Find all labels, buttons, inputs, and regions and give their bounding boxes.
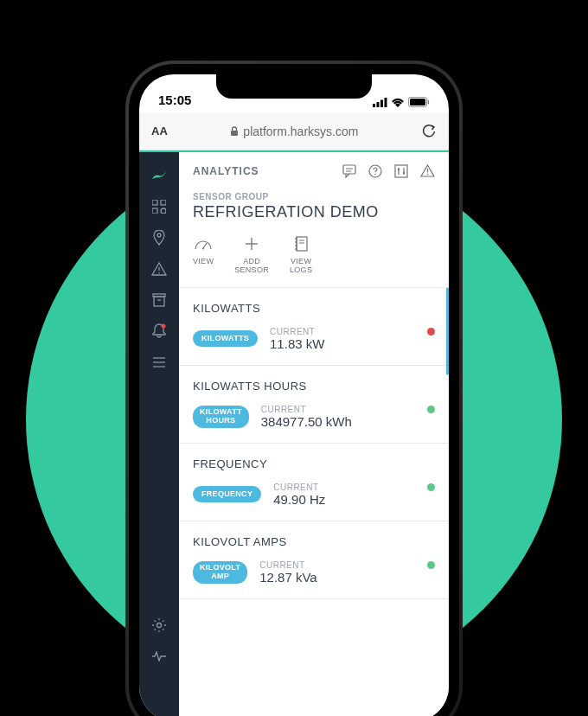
reading-label: CURRENT bbox=[261, 405, 352, 414]
browser-bar: AA platform.harksys.com bbox=[139, 112, 449, 150]
svg-line-35 bbox=[203, 243, 207, 248]
svg-rect-1 bbox=[377, 102, 380, 107]
svg-rect-39 bbox=[297, 237, 307, 251]
svg-point-12 bbox=[157, 233, 161, 237]
add-sensor-action[interactable]: ADD SENSOR bbox=[234, 233, 269, 275]
sensor-tag: KILOWATTS bbox=[193, 330, 258, 347]
phone-notch bbox=[216, 74, 372, 99]
activity-icon[interactable] bbox=[146, 643, 172, 669]
url-display[interactable]: platform.harksys.com bbox=[230, 125, 358, 138]
svg-point-34 bbox=[427, 174, 429, 176]
sensor-card[interactable]: KILOWATTS KILOWATTS CURRENT 11.83 kW bbox=[179, 288, 449, 366]
view-logs-action[interactable]: VIEW LOGS bbox=[290, 233, 312, 275]
logs-label: VIEW LOGS bbox=[290, 258, 312, 275]
main-panel: ANALYTICS SENSOR GROUP REFRIGERATION DEM… bbox=[179, 152, 449, 716]
text-size-control[interactable]: AA bbox=[151, 125, 168, 137]
chat-icon[interactable] bbox=[342, 164, 356, 178]
status-icons bbox=[373, 97, 430, 107]
svg-point-27 bbox=[374, 174, 375, 175]
gauge-icon bbox=[193, 233, 214, 254]
svg-rect-2 bbox=[380, 99, 383, 107]
svg-rect-28 bbox=[395, 165, 407, 177]
reading-value: 12.87 kVa bbox=[259, 570, 316, 585]
notification-icon[interactable] bbox=[146, 318, 172, 344]
status-time: 15:05 bbox=[158, 93, 191, 107]
svg-rect-10 bbox=[152, 208, 157, 214]
lock-icon bbox=[230, 126, 239, 137]
archive-icon[interactable] bbox=[146, 287, 172, 313]
svg-point-14 bbox=[158, 272, 160, 274]
svg-point-22 bbox=[157, 623, 162, 628]
reading-label: CURRENT bbox=[273, 483, 325, 492]
reading-value: 49.90 Hz bbox=[273, 492, 325, 507]
svg-rect-8 bbox=[152, 200, 157, 205]
svg-point-11 bbox=[161, 208, 166, 214]
url-text: platform.harksys.com bbox=[243, 125, 358, 138]
sensor-title: FREQUENCY bbox=[193, 457, 435, 470]
sensor-tag: KILOVOLT AMP bbox=[193, 561, 247, 584]
page-title: ANALYTICS bbox=[193, 165, 259, 177]
warning-icon[interactable] bbox=[420, 164, 435, 177]
logs-icon bbox=[291, 233, 311, 254]
status-dot bbox=[427, 483, 435, 491]
add-label: ADD SENSOR bbox=[234, 258, 269, 275]
logo-icon[interactable] bbox=[146, 163, 172, 189]
alert-icon[interactable] bbox=[146, 256, 172, 282]
svg-point-18 bbox=[162, 324, 166, 329]
plus-icon bbox=[241, 233, 262, 254]
svg-point-31 bbox=[398, 169, 399, 170]
sensor-title: KILOWATTS HOURS bbox=[193, 380, 435, 393]
group-name: REFRIGERATION DEMO bbox=[193, 203, 435, 221]
view-label: VIEW bbox=[193, 258, 214, 266]
sensor-tag: FREQUENCY bbox=[193, 486, 261, 502]
sensor-tag: KILOWATT HOURS bbox=[193, 406, 249, 428]
svg-rect-5 bbox=[410, 99, 425, 105]
svg-point-36 bbox=[202, 248, 204, 250]
svg-rect-23 bbox=[343, 165, 355, 174]
svg-rect-0 bbox=[373, 104, 375, 107]
sensor-card[interactable]: KILOVOLT AMPS KILOVOLT AMP CURRENT 12.87… bbox=[179, 521, 449, 599]
app-content: ANALYTICS SENSOR GROUP REFRIGERATION DEM… bbox=[139, 150, 449, 716]
list-icon[interactable] bbox=[146, 349, 172, 375]
help-icon[interactable] bbox=[368, 164, 382, 178]
view-action[interactable]: VIEW bbox=[193, 233, 214, 275]
page-header: ANALYTICS bbox=[179, 152, 449, 187]
reading-label: CURRENT bbox=[259, 560, 316, 570]
reading-value: 384977.50 kWh bbox=[261, 414, 352, 429]
reading-value: 11.83 kW bbox=[270, 336, 324, 351]
sensor-card[interactable]: KILOWATTS HOURS KILOWATT HOURS CURRENT 3… bbox=[179, 366, 449, 444]
reading-label: CURRENT bbox=[270, 327, 324, 336]
status-dot bbox=[427, 328, 435, 336]
battery-icon bbox=[408, 97, 430, 107]
wifi-icon bbox=[391, 98, 405, 107]
sidebar bbox=[139, 152, 179, 716]
reload-icon[interactable] bbox=[421, 124, 437, 139]
dashboard-icon[interactable] bbox=[146, 194, 172, 220]
signal-icon bbox=[373, 98, 387, 107]
svg-rect-6 bbox=[428, 100, 430, 105]
status-dot bbox=[427, 561, 435, 569]
svg-rect-7 bbox=[231, 131, 238, 136]
svg-rect-16 bbox=[154, 297, 164, 306]
svg-rect-3 bbox=[385, 98, 387, 107]
sensor-title: KILOWATTS bbox=[193, 302, 435, 315]
svg-rect-9 bbox=[161, 200, 166, 205]
status-dot bbox=[427, 406, 435, 413]
controls-icon[interactable] bbox=[394, 164, 408, 178]
location-icon[interactable] bbox=[146, 225, 172, 251]
phone-mockup: 15:05 AA platform.harksys.com bbox=[125, 61, 463, 716]
settings-icon[interactable] bbox=[146, 612, 172, 638]
scroll-indicator bbox=[446, 288, 449, 374]
svg-point-32 bbox=[403, 172, 405, 174]
group-label: SENSOR GROUP bbox=[193, 192, 435, 201]
group-section: SENSOR GROUP REFRIGERATION DEMO VIEW bbox=[179, 187, 449, 288]
sensor-card[interactable]: FREQUENCY FREQUENCY CURRENT 49.90 Hz bbox=[179, 444, 449, 521]
sensor-title: KILOVOLT AMPS bbox=[193, 535, 435, 548]
